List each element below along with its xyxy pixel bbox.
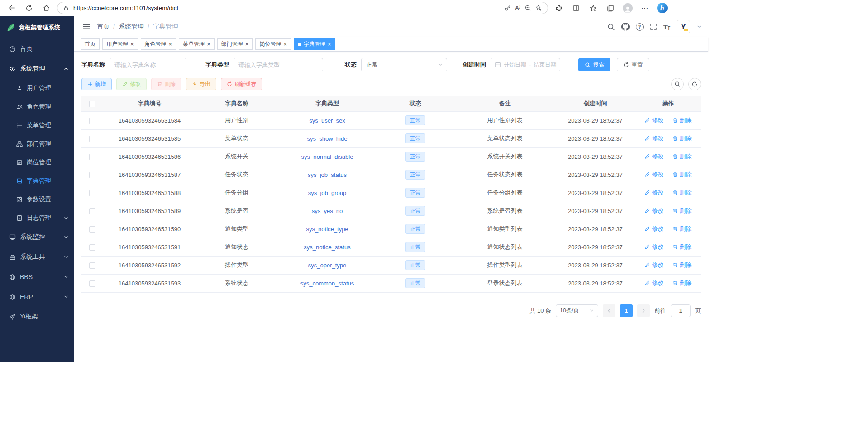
sidebar-item-role-management[interactable]: 角色管理 (0, 97, 74, 116)
row-delete-button[interactable]: 删除 (672, 116, 692, 124)
page-number-current[interactable]: 1 (620, 304, 633, 317)
sidebar-item-system-tools[interactable]: 系统工具 (0, 247, 74, 267)
row-checkbox[interactable] (89, 172, 95, 178)
date-range-picker[interactable]: 开始日期 - 结束日期 (491, 58, 560, 71)
dict-type-link[interactable]: sys_notice_status (304, 244, 350, 251)
tab-close-icon[interactable]: × (130, 41, 134, 47)
sidebar-item-dict-management[interactable]: 字典管理 (0, 171, 74, 190)
row-edit-button[interactable]: 修改 (644, 171, 663, 179)
goto-page-input[interactable] (671, 304, 691, 317)
page-size-select[interactable]: 10条/页 (556, 304, 598, 317)
row-edit-button[interactable]: 修改 (644, 134, 663, 143)
row-checkbox[interactable] (89, 226, 95, 233)
dict-type-link[interactable]: sys_show_hide (307, 135, 348, 142)
tab-close-icon[interactable]: × (328, 41, 331, 47)
row-delete-button[interactable]: 删除 (672, 243, 692, 251)
tab-close-icon[interactable]: × (169, 41, 172, 47)
user-logo[interactable]: Y (677, 20, 690, 33)
row-checkbox[interactable] (89, 244, 95, 251)
export-button[interactable]: 导出 (186, 78, 216, 90)
dict-type-link[interactable]: sys_common_status (300, 280, 354, 287)
row-delete-button[interactable]: 删除 (672, 261, 692, 269)
dict-type-link[interactable]: sys_user_sex (309, 117, 345, 124)
sidebar-item-user-management[interactable]: 用户管理 (0, 79, 74, 97)
bing-copilot-button[interactable]: b (656, 2, 668, 14)
row-delete-button[interactable]: 删除 (672, 225, 692, 233)
sidebar-item-bbs[interactable]: BBS (0, 267, 74, 287)
edit-button[interactable]: 修改 (116, 78, 147, 90)
row-delete-button[interactable]: 删除 (672, 279, 692, 287)
select-all-checkbox[interactable] (89, 101, 95, 107)
row-checkbox[interactable] (89, 280, 95, 287)
next-page-button[interactable] (637, 304, 650, 317)
back-button[interactable] (5, 2, 18, 14)
app-logo[interactable]: 意框架管理系统 (0, 16, 74, 39)
row-edit-button[interactable]: 修改 (644, 207, 663, 215)
sidebar-item-erp[interactable]: ERP (0, 287, 74, 307)
dict-type-link[interactable]: sys_normal_disable (301, 153, 353, 160)
help-button[interactable]: ? (636, 23, 644, 31)
favorites-button[interactable] (587, 2, 600, 14)
url-bar[interactable]: A) (57, 2, 548, 14)
sidebar-item-dept-management[interactable]: 部门管理 (0, 134, 74, 153)
password-key-icon[interactable] (504, 5, 511, 11)
sidebar-item-yi-framework[interactable]: Yi框架 (0, 307, 74, 327)
row-checkbox[interactable] (89, 136, 95, 142)
tab-close-icon[interactable]: × (207, 41, 210, 47)
profile-button[interactable] (621, 2, 634, 14)
sidebar-item-system-monitor[interactable]: 系统监控 (0, 227, 74, 247)
sidebar-item-post-management[interactable]: 岗位管理 (0, 153, 74, 171)
collections-button[interactable] (604, 2, 617, 14)
breadcrumb-item-home[interactable]: 首页 (97, 23, 110, 31)
split-screen-button[interactable] (570, 2, 582, 14)
font-size-button[interactable]: TT (663, 23, 670, 31)
tab-post-management[interactable]: 岗位管理 × (255, 38, 291, 50)
sidebar-item-log-management[interactable]: 日志管理 (0, 209, 74, 227)
row-edit-button[interactable]: 修改 (644, 243, 663, 251)
row-checkbox[interactable] (89, 262, 95, 269)
refresh-table-button[interactable] (688, 78, 701, 90)
reset-button[interactable]: 重置 (617, 58, 649, 71)
home-button[interactable] (40, 2, 52, 14)
sidebar-toggle-button[interactable] (79, 19, 94, 34)
tab-role-management[interactable]: 角色管理 × (141, 38, 176, 50)
lock-icon[interactable] (63, 5, 69, 11)
row-checkbox[interactable] (89, 190, 95, 196)
row-delete-button[interactable]: 删除 (672, 189, 692, 197)
delete-button[interactable]: 删除 (151, 78, 181, 90)
github-link-button[interactable] (621, 23, 630, 31)
tab-dept-management[interactable]: 部门管理 × (217, 38, 253, 50)
dict-type-input[interactable] (234, 58, 323, 71)
search-button[interactable]: 搜索 (578, 58, 610, 71)
row-checkbox[interactable] (89, 118, 95, 124)
add-button[interactable]: 新增 (81, 78, 112, 90)
tab-menu-management[interactable]: 菜单管理 × (179, 38, 215, 50)
row-edit-button[interactable]: 修改 (644, 261, 663, 269)
dict-type-link[interactable]: sys_yes_no (312, 208, 343, 214)
sidebar-item-home[interactable]: 首页 (0, 39, 74, 59)
refresh-cache-button[interactable]: 刷新缓存 (221, 78, 262, 90)
row-delete-button[interactable]: 删除 (672, 134, 692, 143)
tab-home[interactable]: 首页 (81, 38, 100, 50)
status-select[interactable]: 正常 (361, 58, 447, 71)
row-edit-button[interactable]: 修改 (644, 152, 663, 161)
row-edit-button[interactable]: 修改 (644, 279, 663, 287)
more-menu-button[interactable]: ⋯ (639, 2, 651, 14)
row-checkbox[interactable] (89, 154, 95, 160)
refresh-button[interactable] (23, 2, 35, 14)
sidebar-item-param-settings[interactable]: 参数设置 (0, 190, 74, 209)
extensions-button[interactable] (553, 2, 565, 14)
zoom-out-icon[interactable] (525, 5, 531, 11)
toggle-search-button[interactable] (671, 78, 684, 90)
row-edit-button[interactable]: 修改 (644, 116, 663, 124)
row-delete-button[interactable]: 删除 (672, 207, 692, 215)
dict-name-input[interactable] (110, 58, 186, 71)
row-delete-button[interactable]: 删除 (672, 152, 692, 161)
url-input[interactable] (73, 5, 500, 11)
tab-dict-management[interactable]: 字典管理 × (294, 38, 335, 50)
row-edit-button[interactable]: 修改 (644, 189, 663, 197)
row-checkbox[interactable] (89, 208, 95, 214)
dict-type-link[interactable]: sys_notice_type (306, 226, 348, 233)
dict-type-link[interactable]: sys_job_group (308, 190, 347, 196)
row-delete-button[interactable]: 删除 (672, 171, 692, 179)
